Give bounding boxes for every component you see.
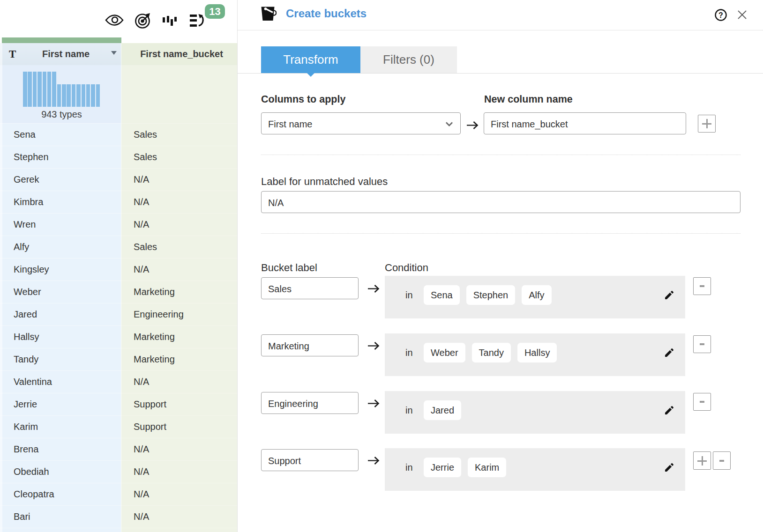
svg-text:?: ? xyxy=(718,11,723,19)
